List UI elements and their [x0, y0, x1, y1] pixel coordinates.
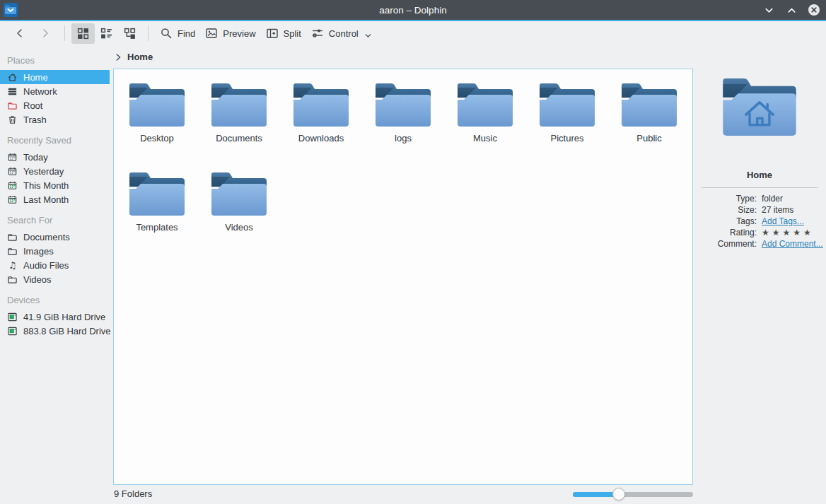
sidebar-section-header-devices: Devices — [0, 292, 110, 310]
search-icon — [160, 27, 173, 40]
sidebar-item-label: Documents — [23, 232, 70, 242]
sidebar-item-videos[interactable]: Videos — [0, 272, 110, 286]
sidebar: PlacesHomeNetworkRootTrashRecently Saved… — [0, 49, 110, 504]
maximize-button[interactable] — [785, 4, 798, 16]
trash-icon — [7, 115, 18, 125]
hard-drive-icon — [7, 312, 18, 322]
breadcrumb-chevron-icon[interactable] — [113, 52, 123, 62]
folder-item-public[interactable]: Public — [608, 79, 690, 168]
folder-item-videos[interactable]: Videos — [198, 168, 280, 257]
sidebar-item-label: Root — [23, 100, 42, 111]
sidebar-item-label: Home — [23, 72, 48, 83]
folder-item-desktop[interactable]: Desktop — [116, 79, 198, 168]
info-row-type: Type:folder — [693, 194, 826, 203]
folder-grid: DesktopDocumentsDownloadslogsMusicPictur… — [114, 69, 692, 257]
sidebar-item-today[interactable]: Today — [0, 150, 110, 164]
calendar-month-icon — [7, 180, 18, 191]
folder-item-logs[interactable]: logs — [362, 79, 444, 168]
sidebar-item-883-8-gib-hard-drive[interactable]: 883.8 GiB Hard Drive — [0, 324, 110, 338]
hard-drive-icon — [7, 326, 18, 336]
dolphin-window: aaron – Dolphin — [0, 0, 826, 504]
sidebar-item-label: Last Month — [23, 194, 69, 205]
sidebar-item-trash[interactable]: Trash — [0, 112, 110, 127]
rating-stars[interactable]: ★★★★★ — [762, 228, 814, 237]
info-row-comment: Comment:Add Comment... — [693, 240, 826, 248]
information-panel: Home Type:folderSize:27 itemsTags:Add Ta… — [693, 69, 826, 485]
folder-item-music[interactable]: Music — [444, 79, 526, 168]
find-button[interactable]: Find — [155, 23, 200, 43]
calendar-icon — [7, 166, 18, 177]
sidebar-item-this-month[interactable]: This Month — [0, 178, 110, 192]
tree-view-button[interactable] — [118, 23, 141, 44]
info-row-tags: Tags:Add Tags... — [693, 217, 826, 225]
find-label: Find — [178, 28, 195, 39]
chevron-left-icon — [13, 27, 26, 40]
sidebar-section-header-search-for: Search For — [0, 212, 110, 230]
folder-icon — [455, 79, 516, 129]
add-comment-link[interactable]: Add Comment... — [762, 240, 823, 248]
window-controls — [762, 0, 820, 20]
sidebar-item-network[interactable]: Network — [0, 84, 110, 98]
dolphin-app-icon[interactable] — [4, 3, 18, 17]
folder-label: Public — [636, 133, 661, 143]
toolbar-separator — [148, 25, 149, 41]
sidebar-item-yesterday[interactable]: Yesterday — [0, 164, 110, 178]
folder-plain-icon — [7, 232, 18, 242]
split-view-icon — [266, 27, 279, 40]
back-button[interactable] — [7, 23, 33, 43]
sidebar-item-images[interactable]: Images — [0, 244, 110, 258]
minimize-button[interactable] — [762, 4, 775, 16]
info-row-size: Size:27 items — [693, 206, 826, 214]
breadcrumb: Home — [113, 45, 153, 69]
toolbar-separator — [64, 25, 65, 41]
sidebar-item-label: Yesterday — [23, 166, 64, 177]
folder-item-downloads[interactable]: Downloads — [280, 79, 362, 168]
zoom-slider-handle[interactable] — [612, 488, 625, 500]
sidebar-item-label: 41.9 GiB Hard Drive — [23, 312, 105, 322]
sidebar-item-label: This Month — [23, 180, 69, 191]
folder-view[interactable]: DesktopDocumentsDownloadslogsMusicPictur… — [113, 69, 693, 485]
window-title: aaron – Dolphin — [0, 5, 826, 16]
sidebar-item-audio-files[interactable]: ♫Audio Files — [0, 258, 110, 272]
folder-icon — [127, 79, 187, 129]
control-button[interactable]: Control — [306, 23, 378, 44]
split-button[interactable]: Split — [261, 23, 306, 43]
sidebar-item-documents[interactable]: Documents — [0, 230, 110, 244]
home-icon — [7, 72, 18, 83]
info-label: Type: — [693, 194, 757, 203]
folder-label: Downloads — [298, 133, 344, 143]
preview-image-icon — [205, 27, 218, 40]
control-label: Control — [329, 28, 359, 39]
info-label: Comment: — [693, 240, 757, 248]
zoom-slider-fill — [573, 492, 619, 497]
statusbar: 9 Folders — [0, 485, 826, 504]
forward-button[interactable] — [33, 23, 58, 43]
sidebar-item-last-month[interactable]: Last Month — [0, 192, 110, 206]
preview-button[interactable]: Preview — [200, 23, 260, 43]
info-label: Rating: — [693, 228, 757, 237]
close-button[interactable] — [808, 4, 820, 16]
add-tags-link[interactable]: Add Tags... — [762, 217, 804, 225]
folder-label: Desktop — [140, 133, 174, 143]
details-view-button[interactable] — [95, 23, 118, 44]
calendar-icon — [7, 152, 18, 163]
sidebar-item-root[interactable]: Root — [0, 98, 110, 112]
sidebar-item-home[interactable]: Home — [0, 70, 110, 84]
zoom-slider[interactable] — [573, 492, 693, 497]
folder-item-documents[interactable]: Documents — [198, 79, 280, 168]
folder-item-pictures[interactable]: Pictures — [526, 79, 608, 168]
details-view-icon — [100, 27, 113, 40]
sidebar-item-label: Network — [23, 86, 57, 97]
folder-item-templates[interactable]: Templates — [116, 168, 198, 257]
split-label: Split — [284, 28, 301, 39]
icons-view-button[interactable] — [71, 23, 95, 44]
sidebar-item-41-9-gib-hard-drive[interactable]: 41.9 GiB Hard Drive — [0, 310, 110, 324]
sliders-icon — [311, 27, 324, 40]
folder-label: Templates — [136, 222, 178, 233]
folder-home-icon — [693, 73, 826, 139]
folder-plain-icon — [7, 274, 18, 285]
status-summary: 9 Folders — [114, 488, 152, 499]
folder-label: Pictures — [551, 133, 584, 143]
info-label: Size: — [693, 206, 757, 214]
breadcrumb-home[interactable]: Home — [127, 52, 153, 62]
